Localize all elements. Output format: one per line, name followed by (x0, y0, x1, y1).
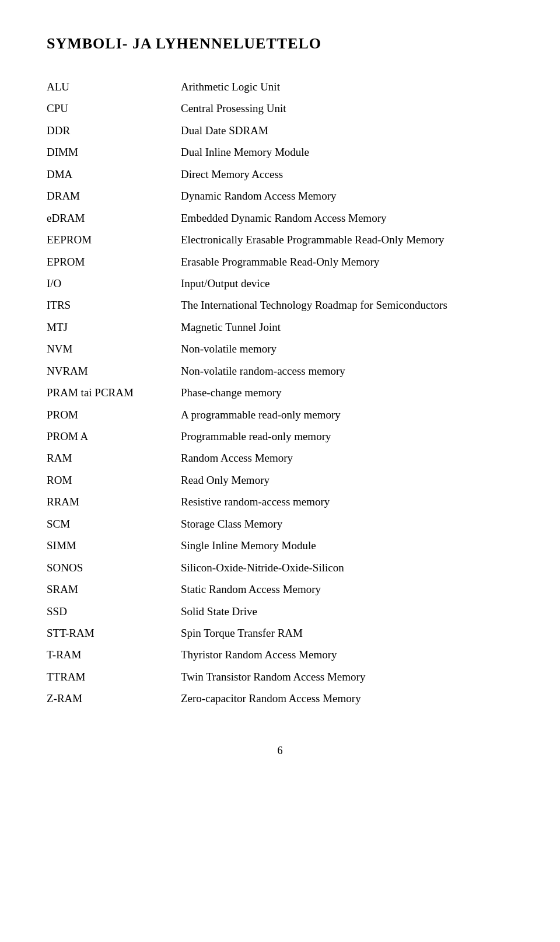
definition-cell: A programmable read-only memory (175, 404, 513, 425)
table-row: DDRDual Date SDRAM (47, 120, 513, 141)
definition-cell: Arithmetic Logic Unit (175, 76, 513, 97)
table-row: SONOSSilicon-Oxide-Nitride-Oxide-Silicon (47, 557, 513, 578)
definition-cell: Magnetic Tunnel Joint (175, 316, 513, 338)
definition-cell: Single Inline Memory Module (175, 535, 513, 556)
definition-cell: Non-volatile memory (175, 338, 513, 360)
table-row: ALUArithmetic Logic Unit (47, 76, 513, 97)
abbreviation-cell: RRAM (47, 491, 175, 512)
table-row: PRAM tai PCRAMPhase-change memory (47, 382, 513, 403)
abbreviation-cell: PROM A (47, 425, 175, 447)
abbreviation-cell: SCM (47, 513, 175, 535)
table-row: NVMNon-volatile memory (47, 338, 513, 360)
abbreviation-cell: STT-RAM (47, 622, 175, 644)
table-row: DRAMDynamic Random Access Memory (47, 185, 513, 207)
table-row: EEPROMElectronically Erasable Programmab… (47, 229, 513, 250)
table-row: TTRAMTwin Transistor Random Access Memor… (47, 666, 513, 688)
table-row: ROMRead Only Memory (47, 469, 513, 491)
definition-cell: Static Random Access Memory (175, 578, 513, 600)
definition-cell: Spin Torque Transfer RAM (175, 622, 513, 644)
definition-cell: Read Only Memory (175, 469, 513, 491)
table-row: SIMMSingle Inline Memory Module (47, 535, 513, 556)
abbreviation-cell: EEPROM (47, 229, 175, 250)
table-row: MTJMagnetic Tunnel Joint (47, 316, 513, 338)
table-row: ITRSThe International Technology Roadmap… (47, 294, 513, 316)
abbreviation-cell: PRAM tai PCRAM (47, 382, 175, 403)
table-row: SRAMStatic Random Access Memory (47, 578, 513, 600)
definition-cell: The International Technology Roadmap for… (175, 294, 513, 316)
definition-cell: Embedded Dynamic Random Access Memory (175, 207, 513, 229)
page-number: 6 (47, 745, 513, 757)
definition-cell: Random Access Memory (175, 447, 513, 469)
abbreviation-cell: ROM (47, 469, 175, 491)
abbreviation-cell: TTRAM (47, 666, 175, 688)
definition-cell: Storage Class Memory (175, 513, 513, 535)
abbreviation-cell: DIMM (47, 141, 175, 163)
definition-cell: Twin Transistor Random Access Memory (175, 666, 513, 688)
table-row: SCMStorage Class Memory (47, 513, 513, 535)
table-row: EPROMErasable Programmable Read-Only Mem… (47, 251, 513, 273)
definition-cell: Thyristor Random Access Memory (175, 644, 513, 665)
abbreviation-cell: SIMM (47, 535, 175, 556)
definition-cell: Resistive random-access memory (175, 491, 513, 512)
abbreviation-table: ALUArithmetic Logic UnitCPUCentral Prose… (47, 76, 513, 710)
definition-cell: Phase-change memory (175, 382, 513, 403)
table-row: I/OInput/Output device (47, 273, 513, 294)
abbreviation-cell: SRAM (47, 578, 175, 600)
definition-cell: Erasable Programmable Read-Only Memory (175, 251, 513, 273)
table-row: CPUCentral Prosessing Unit (47, 97, 513, 119)
table-row: SSDSolid State Drive (47, 601, 513, 622)
definition-cell: Zero-capacitor Random Access Memory (175, 688, 513, 709)
abbreviation-cell: Z-RAM (47, 688, 175, 709)
definition-cell: Direct Memory Access (175, 163, 513, 185)
definition-cell: Dual Date SDRAM (175, 120, 513, 141)
table-row: NVRAMNon-volatile random-access memory (47, 360, 513, 382)
definition-cell: Input/Output device (175, 273, 513, 294)
abbreviation-cell: DDR (47, 120, 175, 141)
table-row: PROM AProgrammable read-only memory (47, 425, 513, 447)
table-row: eDRAMEmbedded Dynamic Random Access Memo… (47, 207, 513, 229)
table-row: DMADirect Memory Access (47, 163, 513, 185)
abbreviation-cell: PROM (47, 404, 175, 425)
abbreviation-cell: DRAM (47, 185, 175, 207)
page-title: SYMBOLI- JA LYHENNELUETTELO (47, 35, 513, 53)
abbreviation-cell: ALU (47, 76, 175, 97)
abbreviation-cell: NVM (47, 338, 175, 360)
table-row: STT-RAMSpin Torque Transfer RAM (47, 622, 513, 644)
table-row: RAMRandom Access Memory (47, 447, 513, 469)
abbreviation-cell: MTJ (47, 316, 175, 338)
abbreviation-cell: EPROM (47, 251, 175, 273)
table-row: Z-RAMZero-capacitor Random Access Memory (47, 688, 513, 709)
definition-cell: Programmable read-only memory (175, 425, 513, 447)
table-row: PROMA programmable read-only memory (47, 404, 513, 425)
definition-cell: Central Prosessing Unit (175, 97, 513, 119)
abbreviation-cell: NVRAM (47, 360, 175, 382)
table-row: RRAMResistive random-access memory (47, 491, 513, 512)
definition-cell: Electronically Erasable Programmable Rea… (175, 229, 513, 250)
table-row: DIMMDual Inline Memory Module (47, 141, 513, 163)
abbreviation-cell: eDRAM (47, 207, 175, 229)
definition-cell: Silicon-Oxide-Nitride-Oxide-Silicon (175, 557, 513, 578)
abbreviation-cell: SONOS (47, 557, 175, 578)
definition-cell: Solid State Drive (175, 601, 513, 622)
abbreviation-cell: DMA (47, 163, 175, 185)
table-row: T-RAMThyristor Random Access Memory (47, 644, 513, 665)
definition-cell: Non-volatile random-access memory (175, 360, 513, 382)
abbreviation-cell: ITRS (47, 294, 175, 316)
abbreviation-cell: CPU (47, 97, 175, 119)
abbreviation-cell: RAM (47, 447, 175, 469)
abbreviation-cell: T-RAM (47, 644, 175, 665)
definition-cell: Dual Inline Memory Module (175, 141, 513, 163)
abbreviation-cell: I/O (47, 273, 175, 294)
definition-cell: Dynamic Random Access Memory (175, 185, 513, 207)
abbreviation-cell: SSD (47, 601, 175, 622)
